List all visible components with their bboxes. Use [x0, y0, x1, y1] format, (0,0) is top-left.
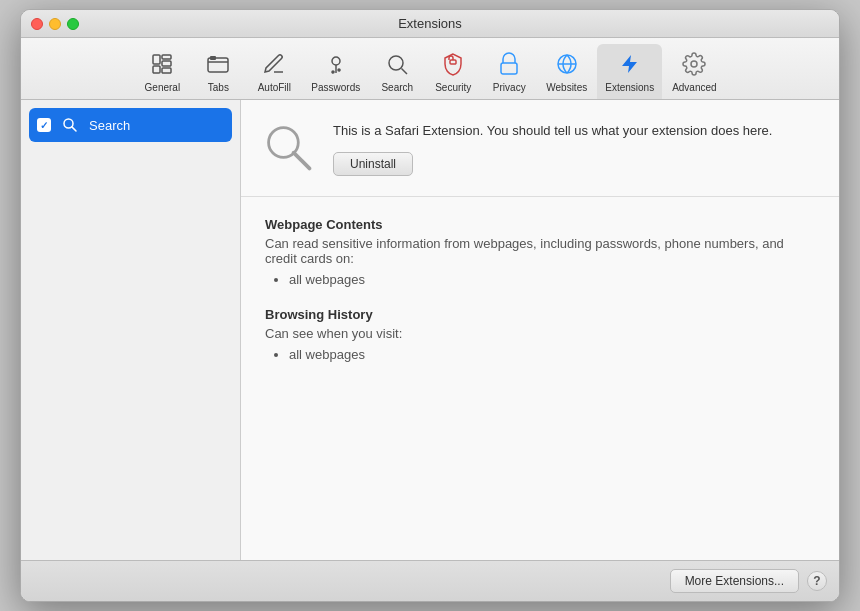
svg-rect-6 — [210, 56, 216, 60]
svg-rect-3 — [162, 61, 171, 66]
svg-point-10 — [389, 56, 403, 70]
toolbar-label-tabs: Tabs — [208, 82, 229, 93]
toolbar: GeneralTabsAutoFillPasswordsSearchSecuri… — [21, 38, 839, 100]
toolbar-item-tabs[interactable]: Tabs — [191, 44, 245, 99]
toolbar-label-passwords: Passwords — [311, 82, 360, 93]
more-extensions-button[interactable]: More Extensions... — [670, 569, 799, 593]
toolbar-label-privacy: Privacy — [493, 82, 526, 93]
extension-description: This is a Safari Extension. You should t… — [333, 120, 819, 176]
bottom-bar: More Extensions... ? — [21, 560, 839, 601]
svg-point-16 — [691, 61, 697, 67]
close-button[interactable] — [31, 18, 43, 30]
permissions-section: Webpage Contents Can read sensitive info… — [241, 197, 839, 560]
uninstall-button[interactable]: Uninstall — [333, 152, 413, 176]
svg-line-11 — [402, 69, 408, 75]
sidebar: ✓ Search — [21, 100, 241, 560]
maximize-button[interactable] — [67, 18, 79, 30]
advanced-icon — [678, 48, 710, 80]
permission-desc-webpage: Can read sensitive information from webp… — [265, 236, 815, 266]
permission-group-history: Browsing History Can see when you visit:… — [265, 307, 815, 362]
permission-title-history: Browsing History — [265, 307, 815, 322]
toolbar-label-autofill: AutoFill — [258, 82, 291, 93]
svg-rect-0 — [153, 55, 160, 64]
svg-point-8 — [332, 71, 334, 73]
checkmark-icon: ✓ — [40, 120, 48, 131]
privacy-icon — [493, 48, 525, 80]
extensions-icon — [614, 48, 646, 80]
permission-desc-history: Can see when you visit: — [265, 326, 815, 341]
svg-rect-1 — [153, 66, 160, 73]
toolbar-item-advanced[interactable]: Advanced — [664, 44, 724, 99]
minimize-button[interactable] — [49, 18, 61, 30]
toolbar-label-websites: Websites — [546, 82, 587, 93]
toolbar-label-advanced: Advanced — [672, 82, 716, 93]
svg-line-18 — [72, 127, 76, 131]
toolbar-item-extensions[interactable]: Extensions — [597, 44, 662, 99]
svg-rect-12 — [450, 60, 456, 64]
permission-list-item: all webpages — [289, 347, 815, 362]
title-bar: Extensions — [21, 10, 839, 38]
detail-pane: This is a Safari Extension. You should t… — [241, 100, 839, 560]
extension-icon — [261, 120, 317, 176]
traffic-lights — [31, 18, 79, 30]
svg-rect-2 — [162, 55, 171, 59]
svg-line-20 — [294, 153, 310, 169]
search-icon — [381, 48, 413, 80]
sidebar-item-search[interactable]: ✓ Search — [29, 108, 232, 142]
permission-list-webpage: all webpages — [265, 272, 815, 287]
websites-icon — [551, 48, 583, 80]
tabs-icon — [202, 48, 234, 80]
toolbar-item-search[interactable]: Search — [370, 44, 424, 99]
toolbar-item-privacy[interactable]: Privacy — [482, 44, 536, 99]
sidebar-item-checkbox[interactable]: ✓ — [37, 118, 51, 132]
toolbar-label-general: General — [145, 82, 181, 93]
toolbar-item-autofill[interactable]: AutoFill — [247, 44, 301, 99]
toolbar-item-general[interactable]: General — [135, 44, 189, 99]
svg-rect-13 — [501, 63, 517, 74]
extension-info: This is a Safari Extension. You should t… — [241, 100, 839, 197]
toolbar-item-security[interactable]: Security — [426, 44, 480, 99]
toolbar-item-websites[interactable]: Websites — [538, 44, 595, 99]
svg-point-9 — [338, 69, 340, 71]
svg-rect-5 — [208, 58, 228, 72]
main-window: Extensions GeneralTabsAutoFillPasswordsS… — [20, 9, 840, 602]
toolbar-item-passwords[interactable]: Passwords — [303, 44, 368, 99]
toolbar-label-extensions: Extensions — [605, 82, 654, 93]
autofill-icon — [258, 48, 290, 80]
sidebar-item-label: Search — [89, 118, 130, 133]
permission-title-webpage: Webpage Contents — [265, 217, 815, 232]
search-icon — [59, 114, 81, 136]
toolbar-label-search: Search — [381, 82, 413, 93]
svg-rect-4 — [162, 68, 171, 73]
window-title: Extensions — [398, 16, 462, 31]
permission-group-webpage: Webpage Contents Can read sensitive info… — [265, 217, 815, 287]
security-icon — [437, 48, 469, 80]
passwords-icon — [320, 48, 352, 80]
toolbar-label-security: Security — [435, 82, 471, 93]
general-icon — [146, 48, 178, 80]
permission-list-history: all webpages — [265, 347, 815, 362]
extension-description-text: This is a Safari Extension. You should t… — [333, 122, 819, 140]
main-content: MALWARETIPS ✓ Search — [21, 100, 839, 560]
help-button[interactable]: ? — [807, 571, 827, 591]
permission-list-item: all webpages — [289, 272, 815, 287]
svg-point-7 — [332, 57, 340, 65]
